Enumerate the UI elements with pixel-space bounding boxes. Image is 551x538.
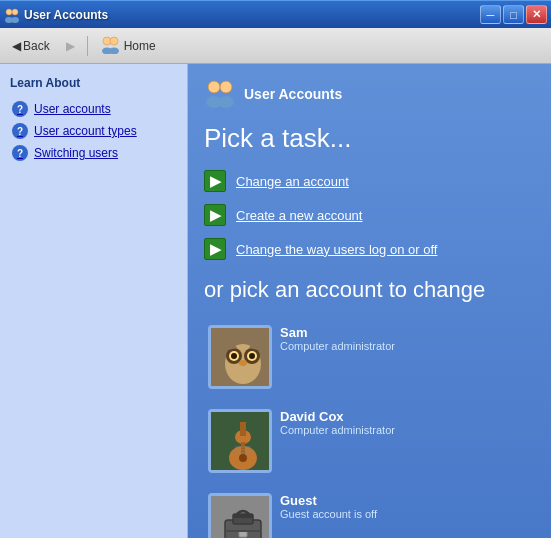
task-label-create-account: Create a new account: [236, 208, 362, 223]
svg-rect-35: [233, 514, 253, 518]
svg-point-9: [220, 81, 232, 93]
sidebar-label-account-types: User account types: [34, 124, 137, 138]
svg-point-20: [239, 360, 247, 366]
nav-divider: [87, 36, 88, 56]
title-bar-title: User Accounts: [24, 8, 108, 22]
account-name-david: David Cox: [280, 409, 395, 424]
or-pick-heading: or pick an account to change: [204, 276, 535, 305]
svg-point-1: [12, 9, 18, 15]
account-info-guest: Guest Guest account is off: [280, 493, 377, 520]
task-label-logon: Change the way users log on or off: [236, 242, 437, 257]
maximize-button[interactable]: □: [503, 5, 524, 24]
account-name-sam: Sam: [280, 325, 395, 340]
sidebar-item-switching-users[interactable]: ? Switching users: [8, 142, 179, 164]
svg-point-11: [218, 96, 234, 108]
svg-point-3: [11, 17, 19, 23]
svg-rect-31: [240, 422, 246, 436]
account-info-sam: Sam Computer administrator: [280, 325, 395, 352]
minimize-button[interactable]: ─: [480, 5, 501, 24]
nav-bar: ◀ Back ▶ Home: [0, 28, 551, 64]
svg-point-19: [249, 353, 255, 359]
content-title: User Accounts: [244, 86, 342, 102]
title-bar-app-icon: [4, 7, 20, 23]
content-area: User Accounts Pick a task... ▶ Change an…: [188, 64, 551, 538]
account-item-sam[interactable]: Sam Computer administrator: [204, 321, 399, 393]
sidebar-icon-account-types: ?: [12, 123, 28, 139]
sidebar: Learn About ? User accounts ? User accou…: [0, 64, 188, 538]
back-arrow-icon: ◀: [12, 39, 21, 53]
account-name-guest: Guest: [280, 493, 377, 508]
sidebar-section-title: Learn About: [8, 76, 179, 90]
svg-rect-37: [225, 530, 261, 532]
task-item-logon[interactable]: ▶ Change the way users log on or off: [204, 238, 535, 260]
pick-task-heading: Pick a task...: [204, 123, 535, 154]
sidebar-item-user-accounts[interactable]: ? User accounts: [8, 98, 179, 120]
task-arrow-icon: ▶: [204, 170, 226, 192]
sidebar-icon-user-accounts: ?: [12, 101, 28, 117]
sidebar-item-account-types[interactable]: ? User account types: [8, 120, 179, 142]
forward-button[interactable]: ▶: [60, 36, 81, 56]
home-label: Home: [124, 39, 156, 53]
svg-point-5: [110, 37, 118, 45]
back-label: Back: [23, 39, 50, 53]
account-info-david: David Cox Computer administrator: [280, 409, 395, 436]
sidebar-label-user-accounts: User accounts: [34, 102, 111, 116]
task-item-create-account[interactable]: ▶ Create a new account: [204, 204, 535, 226]
main-container: Learn About ? User accounts ? User accou…: [0, 64, 551, 538]
svg-point-8: [208, 81, 220, 93]
task-item-change-account[interactable]: ▶ Change an account: [204, 170, 535, 192]
content-header-icon: [204, 76, 236, 111]
account-type-sam: Computer administrator: [280, 340, 395, 352]
account-type-guest: Guest account is off: [280, 508, 377, 520]
account-item-guest[interactable]: Guest Guest account is off: [204, 489, 381, 538]
title-bar-buttons: ─ □ ✕: [480, 5, 547, 24]
svg-point-7: [109, 48, 119, 55]
task-arrow-icon-2: ▶: [204, 204, 226, 226]
title-bar-left: User Accounts: [4, 7, 108, 23]
account-type-david: Computer administrator: [280, 424, 395, 436]
title-bar: User Accounts ─ □ ✕: [0, 0, 551, 28]
content-header: User Accounts: [204, 76, 535, 111]
back-button[interactable]: ◀ Back: [6, 36, 56, 56]
svg-point-30: [239, 454, 247, 462]
account-avatar-sam: [208, 325, 272, 389]
svg-point-18: [231, 353, 237, 359]
svg-point-0: [6, 9, 12, 15]
account-avatar-guest: [208, 493, 272, 538]
home-button[interactable]: Home: [94, 31, 162, 60]
home-icon: [100, 34, 120, 57]
account-avatar-david: [208, 409, 272, 473]
close-button[interactable]: ✕: [526, 5, 547, 24]
forward-arrow-icon: ▶: [66, 39, 75, 53]
task-arrow-icon-3: ▶: [204, 238, 226, 260]
sidebar-icon-switching-users: ?: [12, 145, 28, 161]
sidebar-label-switching-users: Switching users: [34, 146, 118, 160]
task-label-change-account: Change an account: [236, 174, 349, 189]
account-item-david[interactable]: David Cox Computer administrator: [204, 405, 399, 477]
accounts-grid: Sam Computer administrator: [204, 321, 535, 538]
